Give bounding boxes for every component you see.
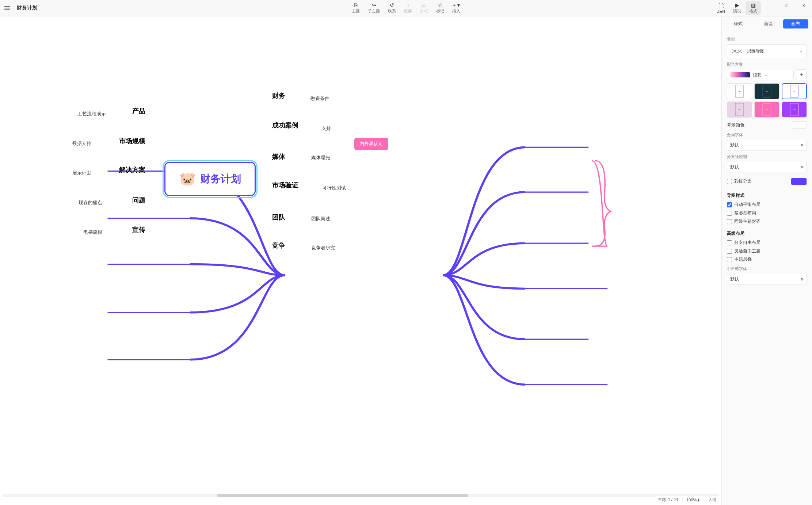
branch-right-2[interactable]: 媒体 [272,152,285,161]
boundary-icon: ▭ [422,2,427,8]
central-label: 财务计划 [200,172,241,186]
bg-color-label: 背景颜色 [727,122,744,128]
mindmap-canvas[interactable]: 🐷 财务计划 财务 融资条件 成功案例 支持 媒体 媒体曝光 市场验证 可行性测… [0,16,721,505]
zoom-control[interactable]: 100%▲▼ [686,498,700,502]
tab-canvas[interactable]: 画布 [783,19,808,28]
maximize-button[interactable]: □ [778,0,795,11]
branch-right-3[interactable]: 市场验证 [272,181,298,190]
present-button[interactable]: ▶演说 [729,1,745,15]
relation-button[interactable]: ↺联系 [384,1,400,15]
theme-3[interactable]: ━◉━ [782,83,807,99]
cjk-font-select[interactable]: 默认⇅ [727,274,807,284]
tab-style[interactable]: 样式 [725,19,751,28]
cjk-font-label: 中日韩字体 [727,266,807,272]
marker-button[interactable]: ☆标记 [432,1,448,15]
leaf-left-1[interactable]: 数据支持 [72,140,91,147]
central-topic[interactable]: 🐷 财务计划 [164,162,256,196]
branch-left-4[interactable]: 宣传 [132,225,145,234]
skeleton-label: 骨架 [727,37,807,42]
check-same-level-align[interactable]: 同级主题对齐 [727,218,807,225]
rainbow-color[interactable] [791,178,807,185]
color-scheme-select[interactable]: 炫彩 ⌄ [727,70,794,80]
outline-toggle[interactable]: 大纲 [708,497,716,502]
rainbow-toggle[interactable]: 彩虹分支 [727,178,752,184]
check-compact[interactable]: 紧凑型布局 [727,210,807,216]
add-scheme-button[interactable]: + [796,69,807,80]
leaf-left-0[interactable]: 工艺流程演示 [77,111,106,117]
summary-button[interactable]: }⁠概要 [400,1,416,15]
theme-4[interactable]: ━◉━ [727,102,752,118]
summary-icon: }⁠ [407,2,409,8]
check-auto-balance[interactable]: 自动平衡布局 [727,202,807,208]
topic-icon: ⎘ [354,2,357,8]
subtopic-button[interactable]: ↪子主题 [364,1,384,15]
leaf-right-4[interactable]: 团队简述 [311,215,330,222]
color-scheme-label: 配色方案 [727,62,807,67]
present-icon: ▶ [735,2,739,8]
relation-icon: ↺ [390,2,394,8]
piggy-icon: 🐷 [179,171,196,187]
leaf-right-3[interactable]: 可行性测试 [322,185,346,191]
branch-left-3[interactable]: 问题 [132,196,145,204]
tab-present[interactable]: 演说 [755,19,781,28]
leaf-left-4[interactable]: 电梯简报 [83,229,102,236]
leaf-right-5[interactable]: 竞争者研究 [311,245,335,251]
branch-right-1[interactable]: 成功案例 [272,121,298,130]
check-flex-topic[interactable]: 灵活自由主题 [727,248,807,254]
format-icon: ▥ [751,2,756,8]
subtopic-icon: ↪ [372,2,376,8]
zen-icon: ⛶ [718,3,724,9]
branch-width-select[interactable]: 默认⇅ [727,162,807,172]
close-button[interactable]: ✕ [795,0,812,11]
leaf-right-2[interactable]: 媒体曝光 [311,154,330,161]
topic-button[interactable]: ⎘主题 [348,1,363,15]
leaf-right-0[interactable]: 融资条件 [310,95,329,102]
gradient-icon [730,72,750,77]
horizontal-scrollbar[interactable] [2,494,719,497]
summary-topic[interactable]: 内外界认可 [354,138,388,150]
branch-left-0[interactable]: 产品 [132,107,145,115]
format-button[interactable]: ▥格式 [746,1,761,15]
global-font-label: 全局字体 [727,132,807,138]
global-font-select[interactable]: 默认⇅ [727,140,807,150]
theme-6[interactable]: ━◉━ [782,102,807,118]
insert-button[interactable]: + ▾插入 [449,1,464,15]
advanced-title: 高级布局 [727,230,807,237]
branch-left-1[interactable]: 市场规模 [119,137,145,145]
marker-icon: ☆ [438,2,443,8]
document-title: 财务计划 [17,5,37,11]
leaf-left-2[interactable]: 展示计划 [72,170,91,176]
boundary-button[interactable]: ▭外框 [416,1,432,15]
menu-button[interactable] [0,8,15,8]
map-style-title: 导图样式 [727,192,807,199]
theme-1[interactable]: ━◉━ [727,83,752,99]
skeleton-select[interactable]: 思维导图 ⌄ [727,44,807,58]
branch-width-label: 分支线粗细 [727,154,807,160]
insert-icon: + ▾ [453,2,460,8]
svg-rect-0 [735,50,739,52]
branch-right-0[interactable]: 财务 [272,91,285,100]
zen-button[interactable]: ⛶ZEN [713,1,729,15]
leaf-left-3[interactable]: 现存的痛点 [79,199,102,206]
branch-left-2[interactable]: 解决方案 [119,165,145,174]
chevron-down-icon: ⌄ [765,72,768,77]
bg-color-picker[interactable] [791,121,807,129]
branch-right-5[interactable]: 竞争 [272,241,285,250]
branch-right-4[interactable]: 团队 [272,213,285,222]
format-panel: 样式 演说 画布 骨架 思维导图 ⌄ 配色方案 炫彩 ⌄ + ━ [721,16,812,505]
topic-count-label: 主题: 1 / 24 [658,497,678,502]
minimize-button[interactable]: — [762,0,778,11]
check-free-branch[interactable]: 分支自由布局 [727,240,807,246]
check-overlap[interactable]: 主题层叠 [727,256,807,263]
leaf-right-1[interactable]: 支持 [321,125,331,132]
theme-2[interactable]: ━◉━ [754,83,779,99]
chevron-down-icon: ⌄ [799,49,803,54]
struct-icon [731,47,743,55]
theme-5[interactable]: ━◉━ [754,102,779,118]
